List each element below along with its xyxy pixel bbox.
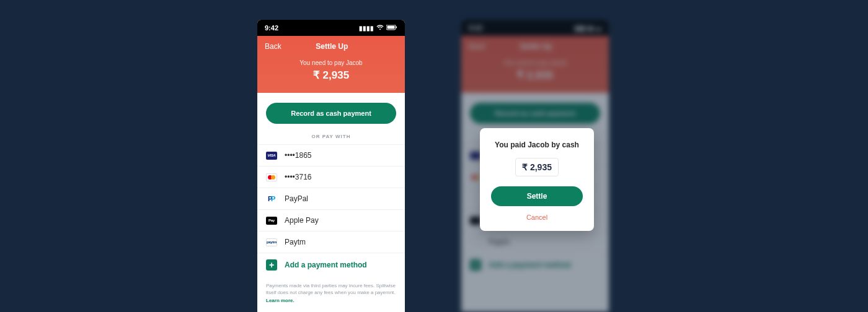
nav-row: Back Settle Up (257, 36, 405, 56)
add-method-label: Add a payment method (489, 261, 571, 269)
method-row-mastercard[interactable]: ••••3716 (257, 166, 405, 188)
modal-title: You paid Jacob by cash (490, 141, 584, 149)
applepay-icon: Pay (266, 217, 277, 225)
or-divider: OR PAY WITH (257, 132, 405, 144)
status-time: 9:42 (265, 24, 278, 32)
method-row-paypal[interactable]: PP PayPal (257, 188, 405, 209)
footer-copy: Payments made via third parties may incu… (266, 283, 396, 295)
settle-up-screen: 9:42 ▮▮▮▮ Back Settle Up You need to pay… (257, 20, 405, 312)
pay-summary: You need to pay Jacob ₹ 2,935 (461, 56, 609, 93)
nav-row: Back Settle Up (461, 36, 609, 56)
method-label: Apple Pay (285, 216, 319, 225)
cash-confirmation-modal: You paid Jacob by cash ₹ 2,935 Settle Ca… (480, 128, 594, 231)
status-bar: 9:42 ▮▮▮ ◉ ▬ (461, 20, 609, 36)
header: Back Settle Up You need to pay Jacob ₹ 2… (257, 36, 405, 93)
method-label: ••••3716 (285, 173, 312, 181)
method-row-visa[interactable]: VISA ••••1865 (257, 144, 405, 166)
plus-icon: + (266, 259, 277, 271)
svg-rect-2 (396, 26, 397, 28)
cancel-button[interactable]: Cancel (526, 214, 547, 221)
method-label: ••••1865 (285, 151, 312, 160)
method-label: Paytm (489, 238, 510, 246)
plus-icon: + (470, 259, 481, 271)
learn-more-link[interactable]: Learn more. (266, 298, 396, 305)
status-time: 9:42 (469, 24, 482, 32)
status-icons: ▮▮▮▮ (359, 25, 397, 32)
header: Back Settle Up You need to pay Jacob ₹ 2… (461, 36, 609, 93)
summary-label: You need to pay Jacob (257, 59, 405, 66)
summary-label: You need to pay Jacob (461, 59, 609, 66)
record-cash-button: Record as cash payment (470, 103, 600, 124)
method-label: PayPal (285, 194, 308, 203)
add-payment-method: + Add a payment method (461, 253, 609, 277)
add-method-label: Add a payment method (285, 261, 367, 269)
page-title: Settle Up (471, 42, 601, 51)
visa-icon: VISA (266, 152, 277, 160)
paytm-icon: paytm (266, 238, 277, 246)
footer-text: Payments made via third parties may incu… (257, 277, 405, 310)
method-label: Paytm (285, 238, 306, 246)
paytm-icon (470, 238, 481, 246)
modal-amount[interactable]: ₹ 2,935 (515, 158, 559, 176)
status-bar: 9:42 ▮▮▮▮ (257, 20, 405, 36)
svg-rect-1 (388, 25, 395, 28)
page-title: Settle Up (267, 42, 397, 51)
paypal-icon: PP (266, 195, 277, 203)
wifi-icon (376, 25, 384, 32)
signal-icon: ▮▮▮▮ (359, 25, 374, 32)
summary-amount: ₹ 2,935 (461, 69, 609, 82)
pay-summary: You need to pay Jacob ₹ 2,935 (257, 56, 405, 93)
method-row-applepay[interactable]: Pay Apple Pay (257, 209, 405, 231)
mastercard-icon (266, 173, 277, 181)
summary-amount: ₹ 2,935 (257, 69, 405, 82)
add-payment-method[interactable]: + Add a payment method (257, 253, 405, 277)
content: Record as cash payment OR PAY WITH VISA … (257, 103, 405, 310)
status-icons: ▮▮▮ ◉ ▬ (575, 25, 601, 32)
battery-icon (386, 25, 397, 32)
method-row-paytm[interactable]: paytm Paytm (257, 231, 405, 253)
method-row-paytm: Paytm (461, 231, 609, 253)
settle-button[interactable]: Settle (491, 186, 583, 206)
record-cash-button[interactable]: Record as cash payment (266, 103, 396, 124)
